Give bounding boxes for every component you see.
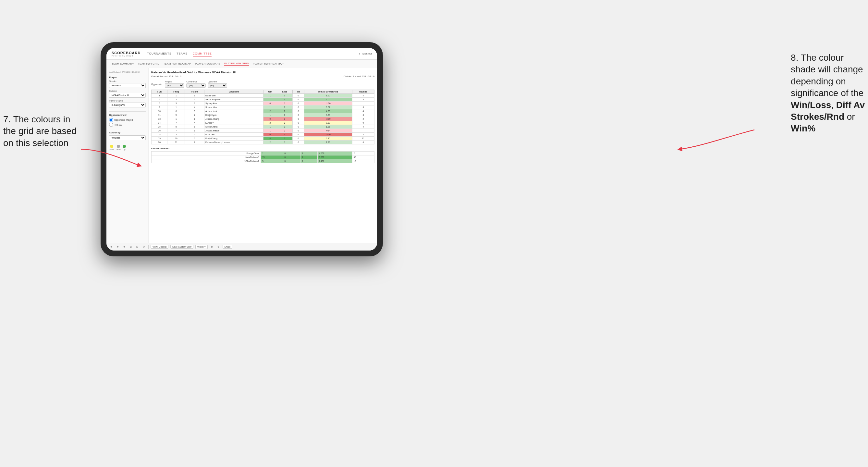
overall-record: Overall Record: 353 - 34 - 6 xyxy=(151,75,181,78)
division-label: Division xyxy=(109,90,146,92)
table-row: 1822Euna Lee030-5.002 xyxy=(152,133,374,136)
table-row: 19106Emily Chang4100.3011 xyxy=(152,136,374,141)
ood-table-row: Foreign Team1004.5002 xyxy=(152,152,374,155)
col-diff: Diff Av Strokes/Rnd xyxy=(304,90,352,94)
opponent-view-radio-group: Opponents Played Top 100 xyxy=(109,118,146,127)
table-row: 1474Eunice Yi2200.389 xyxy=(152,121,374,125)
col-rounds: Rounds xyxy=(352,90,374,94)
nav-teams[interactable]: TEAMS xyxy=(177,51,188,57)
record-row: Overall Record: 353 - 34 - 6 Division Re… xyxy=(151,75,374,78)
nav-right: I Sign out xyxy=(359,52,372,55)
annotation-left: 7. The colours in the grid are based on … xyxy=(3,114,76,149)
main-table: # Div # Reg # Conf Opponent Win Loss Tie… xyxy=(151,90,374,145)
last-updated: Last Updated: 27/03/2024 16:55:38 xyxy=(109,71,146,73)
toolbar-share[interactable]: Share xyxy=(223,245,232,249)
toolbar-view-original[interactable]: View: Original xyxy=(151,245,168,249)
legend-dot-level xyxy=(117,145,120,148)
table-row: 522Alexis Sudjianto1004.003 xyxy=(152,98,374,101)
opponents-label: Opponents: xyxy=(151,83,163,85)
ood-table-row: NAIA Division 115009.26730 xyxy=(152,155,374,159)
tablet-frame: SCOREBOARD Powered by clippd TOURNAMENTS… xyxy=(101,42,383,256)
toolbar-icon1[interactable]: ⊕ xyxy=(210,245,214,249)
tab-team-h2h-grid[interactable]: TEAM H2H GRID xyxy=(138,62,160,65)
player-rank-label: Player (Rank) xyxy=(109,100,146,102)
legend-down: Down xyxy=(109,145,114,151)
legend-label-up: Up xyxy=(123,149,126,151)
ood-table: Foreign Team1004.5002NAIA Division 11500… xyxy=(151,151,374,163)
division-select[interactable]: NCAA Division III xyxy=(109,93,146,98)
arrow-right xyxy=(677,127,758,153)
bottom-toolbar: ↺ ↻ ↺ ⊞ ⊟ ⏱ View: Original Save Custom V… xyxy=(106,243,377,251)
nav-bar: SCOREBOARD Powered by clippd TOURNAMENTS… xyxy=(106,48,377,60)
filter-conference: Conference (All) xyxy=(186,81,206,88)
filters-row: Opponents: Region (All) Conference (All) xyxy=(151,81,374,88)
sign-out-link[interactable]: Sign out xyxy=(363,52,372,55)
main-content: Last Updated: 27/03/2024 16:55:38 Player… xyxy=(106,68,377,243)
table-row: 633Sydney Kuo010-1.00 xyxy=(152,101,374,105)
sub-nav: TEAM SUMMARY TEAM H2H GRID TEAM H2H HEAT… xyxy=(106,60,377,68)
filter-region-select[interactable]: (All) xyxy=(165,84,184,88)
filter-opponent-select[interactable]: (All) xyxy=(208,84,227,88)
logo: SCOREBOARD Powered by clippd xyxy=(112,51,141,57)
radio-opponents-played[interactable]: Opponents Played xyxy=(109,118,146,122)
toolbar-back[interactable]: ↺ xyxy=(122,245,127,249)
colour-legend: Down Level Up xyxy=(109,145,146,151)
legend-level: Level xyxy=(116,145,120,151)
toolbar-watch[interactable]: Watch ▾ xyxy=(195,245,208,249)
col-conf: # Conf xyxy=(185,90,205,94)
division-record: Division Record: 331 - 34 - 6 xyxy=(344,75,374,78)
filter-region: Region (All) xyxy=(165,81,184,88)
annotation-right: 8. The colour shade will change dependin… xyxy=(791,52,865,135)
col-tie: Tie xyxy=(293,90,304,94)
tab-player-h2h-grid[interactable]: PLAYER H2H GRID xyxy=(224,62,249,66)
col-reg: # Reg xyxy=(167,90,185,94)
player-section-title: Player xyxy=(109,76,146,79)
table-row: 1152Heejo Hyun1003.333 xyxy=(152,113,374,117)
legend-up: Up xyxy=(123,145,126,151)
toolbar-clock[interactable]: ⏱ xyxy=(142,245,146,248)
tab-team-h2h-heatmap[interactable]: TEAM H2H HEATMAP xyxy=(163,62,191,65)
tab-player-h2h-heatmap[interactable]: PLAYER H2H HEATMAP xyxy=(253,62,284,65)
toolbar-sep1 xyxy=(148,245,149,249)
sidebar: Last Updated: 27/03/2024 16:55:38 Player… xyxy=(106,68,149,243)
legend-label-level: Level xyxy=(116,149,120,151)
toolbar-undo[interactable]: ↺ xyxy=(109,245,114,249)
data-area: Katelyn Vo Head-to-Head Grid for Women's… xyxy=(149,68,377,243)
table-row: 1671Jessica Mason120-0.94 xyxy=(152,129,374,133)
table-row: 1585Stella Cheng1101.254 xyxy=(152,125,374,129)
tablet-screen: SCOREBOARD Powered by clippd TOURNAMENTS… xyxy=(106,48,377,251)
toolbar-save-custom[interactable]: Save Custom View xyxy=(170,245,193,249)
gender-label: Gender xyxy=(109,80,146,83)
toolbar-icon2[interactable]: ⊗ xyxy=(216,245,221,249)
player-rank-select[interactable]: 8. Katelyn Vo xyxy=(109,102,146,107)
ood-table-row: NCAA Division 25007.40010 xyxy=(152,159,374,163)
tab-player-summary[interactable]: PLAYER SUMMARY xyxy=(195,62,220,65)
nav-items: TOURNAMENTS TEAMS COMMITTEE xyxy=(147,51,359,57)
filter-opponent: Opponent (All) xyxy=(208,81,227,88)
toolbar-redo[interactable]: ↻ xyxy=(116,245,120,249)
toolbar-paste[interactable]: ⊟ xyxy=(135,245,140,249)
gender-select[interactable]: Women's xyxy=(109,83,146,88)
nav-tournaments[interactable]: TOURNAMENTS xyxy=(147,51,171,57)
nav-committee[interactable]: COMMITTEE xyxy=(193,51,212,57)
col-opponent: Opponent xyxy=(205,90,264,94)
nav-separator: I xyxy=(359,52,360,55)
tab-team-summary[interactable]: TEAM SUMMARY xyxy=(112,62,134,65)
col-loss: Loss xyxy=(277,90,293,94)
grid-title: Katelyn Vo Head-to-Head Grid for Women's… xyxy=(151,71,374,74)
radio-top100[interactable]: Top 100 xyxy=(109,123,146,127)
table-row: 311Esther Lee1001.504 xyxy=(152,94,374,98)
toolbar-copy[interactable]: ⊞ xyxy=(128,245,133,249)
filter-conference-select[interactable]: (All) xyxy=(186,84,206,88)
legend-dot-up xyxy=(123,145,126,148)
colour-by-title: Colour by xyxy=(109,131,146,134)
table-row: 20117Federica Domecq Lacroze2101.336 xyxy=(152,141,374,145)
legend-label-down: Down xyxy=(109,149,114,151)
colour-by-select[interactable]: Win/loss Diff Av Strokes/Rnd Win% xyxy=(109,135,146,140)
table-row: 914Sharon Mun1003.673 xyxy=(152,105,374,110)
opponent-view-title: Opponent view xyxy=(109,114,146,117)
out-of-division-title: Out of division xyxy=(151,147,374,150)
table-row: 1311Jessica Huang010-3.002 xyxy=(152,117,374,121)
table-row: 1063Andrea York2004.004 xyxy=(152,110,374,113)
col-win: Win xyxy=(264,90,277,94)
